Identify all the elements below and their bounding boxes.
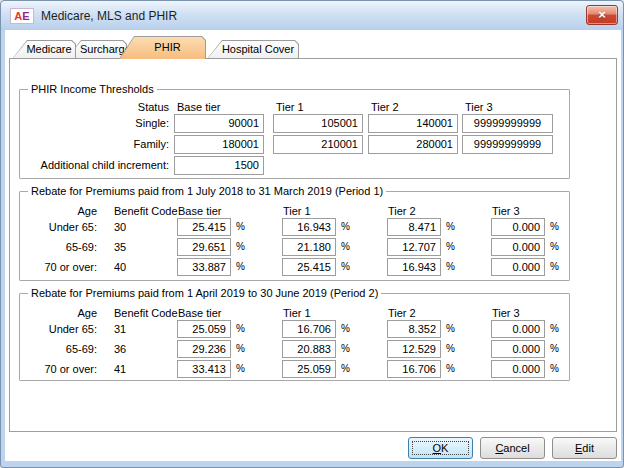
field-family-tier2[interactable]: 280001: [368, 135, 458, 154]
benefit-code-value: 31: [114, 323, 126, 335]
field-p1-65-69-base-tier[interactable]: 29.651: [177, 238, 231, 256]
edit-button[interactable]: Edit: [552, 437, 617, 459]
column-header-age: Age: [20, 307, 97, 319]
field-p1-70over-base-tier[interactable]: 33.887: [177, 258, 231, 276]
row-label-65-69: 65-69:: [20, 241, 97, 253]
column-header-tier2: Tier 2: [371, 101, 399, 113]
percent-label: %: [446, 323, 455, 334]
column-header-benefit-code: Benefit Code: [114, 205, 178, 217]
percent-label: %: [236, 323, 245, 334]
field-additional-child-increment[interactable]: 1500: [174, 156, 264, 175]
field-single-tier3[interactable]: 99999999999: [462, 114, 553, 133]
tab-phir-label: PHIR: [133, 36, 202, 59]
field-p2-under65-tier3[interactable]: 0.000: [491, 320, 545, 338]
field-p1-70over-tier2[interactable]: 16.943: [387, 258, 441, 276]
column-header-base-tier: Base tier: [178, 205, 221, 217]
percent-label: %: [550, 221, 559, 232]
field-p1-under65-tier2[interactable]: 8.471: [387, 218, 441, 236]
row-label-under-65: Under 65:: [20, 323, 97, 335]
column-header-base-tier: Base tier: [177, 101, 220, 113]
cancel-button[interactable]: Cancel: [480, 437, 545, 459]
field-p2-70over-tier3[interactable]: 0.000: [491, 360, 545, 378]
field-p1-65-69-tier1[interactable]: 21.180: [282, 238, 336, 256]
benefit-code-value: 36: [114, 343, 126, 355]
percent-label: %: [550, 261, 559, 272]
row-label-under-65: Under 65:: [20, 221, 97, 233]
percent-label: %: [446, 221, 455, 232]
field-single-tier1[interactable]: 105001: [273, 114, 363, 133]
tab-hospital-cover[interactable]: Hospital Cover: [207, 40, 299, 59]
tab-medicare[interactable]: Medicare: [12, 40, 76, 59]
benefit-code-value: 30: [114, 221, 126, 233]
cancel-button-label: ancel: [503, 442, 529, 454]
tab-page-phir: PHIR Income Thresholds Status Base tier …: [9, 58, 617, 432]
ok-button[interactable]: OK: [408, 437, 473, 459]
group-title: PHIR Income Thresholds: [28, 83, 157, 95]
field-p2-65-69-base-tier[interactable]: 29.236: [177, 340, 231, 358]
row-label-family: Family:: [20, 138, 169, 150]
benefit-code-value: 41: [114, 363, 126, 375]
percent-label: %: [550, 323, 559, 334]
field-single-tier2[interactable]: 140001: [368, 114, 458, 133]
field-p2-under65-tier1[interactable]: 16.706: [282, 320, 336, 338]
percent-label: %: [341, 261, 350, 272]
column-header-tier2: Tier 2: [388, 205, 416, 217]
field-p1-under65-base-tier[interactable]: 25.415: [177, 218, 231, 236]
row-label-70-or-over: 70 or over:: [20, 261, 97, 273]
field-p1-under65-tier3[interactable]: 0.000: [491, 218, 545, 236]
app-icon-letter-e: E: [22, 10, 29, 22]
group-rebate-period1: Rebate for Premiums paid from 1 July 201…: [19, 191, 570, 281]
column-header-tier1: Tier 1: [276, 101, 304, 113]
row-label-70-or-over: 70 or over:: [20, 363, 97, 375]
percent-label: %: [236, 241, 245, 252]
field-family-base-tier[interactable]: 180001: [174, 135, 264, 154]
tab-surcharge-label: Surcharge: [80, 40, 123, 59]
tab-medicare-label: Medicare: [26, 40, 72, 59]
percent-label: %: [341, 343, 350, 354]
dialog-client-area: Medicare Surcharge PHIR Hospital Cover P…: [5, 30, 621, 461]
percent-label: %: [236, 363, 245, 374]
close-button[interactable]: ×: [586, 5, 618, 25]
percent-label: %: [341, 323, 350, 334]
benefit-code-value: 35: [114, 241, 126, 253]
column-header-age: Age: [20, 205, 97, 217]
group-title: Rebate for Premiums paid from 1 April 20…: [28, 287, 381, 299]
field-p2-65-69-tier3[interactable]: 0.000: [491, 340, 545, 358]
edit-button-label: dit: [582, 442, 594, 454]
percent-label: %: [550, 343, 559, 354]
tab-strip: Medicare Surcharge PHIR Hospital Cover: [12, 36, 299, 59]
field-p1-70over-tier3[interactable]: 0.000: [491, 258, 545, 276]
percent-label: %: [446, 241, 455, 252]
ok-button-mnemonic: O: [433, 442, 442, 454]
field-p1-under65-tier1[interactable]: 16.943: [282, 218, 336, 236]
field-p2-under65-base-tier[interactable]: 25.059: [177, 320, 231, 338]
group-title: Rebate for Premiums paid from 1 July 201…: [28, 185, 386, 197]
field-single-base-tier[interactable]: 90001: [174, 114, 264, 133]
percent-label: %: [341, 363, 350, 374]
field-family-tier1[interactable]: 210001: [273, 135, 363, 154]
column-header-tier2: Tier 2: [388, 307, 416, 319]
field-p2-70over-base-tier[interactable]: 33.413: [177, 360, 231, 378]
tab-phir[interactable]: PHIR: [119, 36, 206, 59]
column-header-benefit-code: Benefit Code: [114, 307, 178, 319]
percent-label: %: [236, 221, 245, 232]
field-p2-under65-tier2[interactable]: 8.352: [387, 320, 441, 338]
percent-label: %: [550, 241, 559, 252]
percent-label: %: [550, 363, 559, 374]
field-p2-70over-tier2[interactable]: 16.706: [387, 360, 441, 378]
title-bar[interactable]: AE Medicare, MLS and PHIR ×: [1, 1, 623, 31]
column-header-status: Status: [20, 101, 169, 113]
field-p1-70over-tier1[interactable]: 25.415: [282, 258, 336, 276]
row-label-additional-child-increment: Additional child increment:: [20, 159, 169, 171]
group-rebate-period2: Rebate for Premiums paid from 1 April 20…: [19, 293, 570, 381]
field-p1-65-69-tier3[interactable]: 0.000: [491, 238, 545, 256]
field-p2-70over-tier1[interactable]: 25.059: [282, 360, 336, 378]
field-p1-65-69-tier2[interactable]: 12.707: [387, 238, 441, 256]
app-icon: AE: [10, 8, 34, 24]
percent-label: %: [236, 261, 245, 272]
field-p2-65-69-tier2[interactable]: 12.529: [387, 340, 441, 358]
field-p2-65-69-tier1[interactable]: 20.883: [282, 340, 336, 358]
field-family-tier3[interactable]: 99999999999: [462, 135, 553, 154]
percent-label: %: [341, 241, 350, 252]
percent-label: %: [446, 261, 455, 272]
